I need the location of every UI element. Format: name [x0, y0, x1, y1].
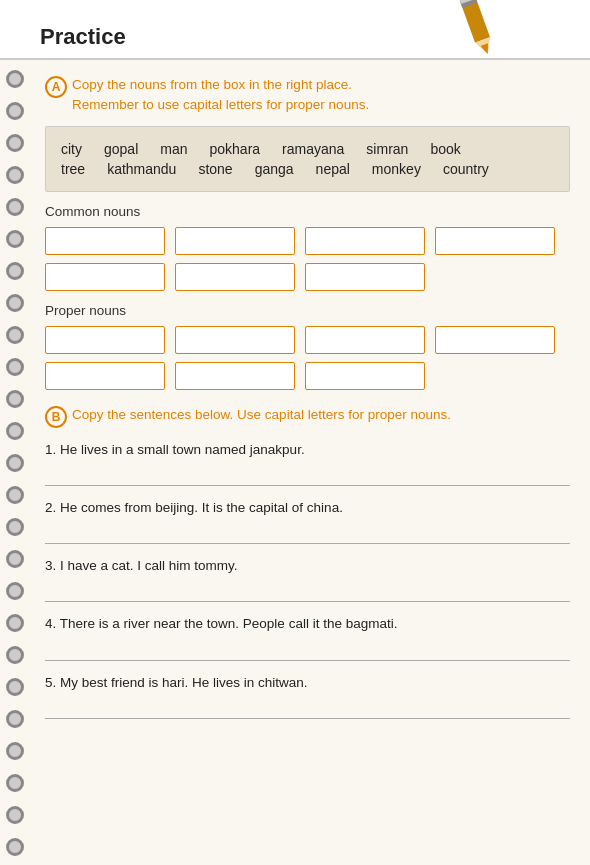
- sentence-5-line: [45, 699, 570, 719]
- proper-noun-box-6[interactable]: [175, 362, 295, 390]
- word-box: city gopal man pokhara ramayana simran b…: [45, 126, 570, 192]
- word-simran: simran: [366, 141, 408, 157]
- proper-nouns-section: Proper nouns: [45, 303, 570, 390]
- sentence-2-text: 2. He comes from beijing. It is the capi…: [45, 498, 570, 518]
- word-monkey: monkey: [372, 161, 421, 177]
- sentence-4-text: 4. There is a river near the town. Peopl…: [45, 614, 570, 634]
- spiral-ring: [6, 518, 24, 536]
- proper-noun-box-4[interactable]: [435, 326, 555, 354]
- spiral-ring: [6, 742, 24, 760]
- spiral-ring: [6, 390, 24, 408]
- section-a-instruction: Copy the nouns from the box in the right…: [72, 75, 369, 116]
- word-gopal: gopal: [104, 141, 138, 157]
- word-row-1: city gopal man pokhara ramayana simran b…: [61, 141, 554, 157]
- spiral-ring: [6, 70, 24, 88]
- sentence-5-text: 5. My best friend is hari. He lives in c…: [45, 673, 570, 693]
- section-a-header: A Copy the nouns from the box in the rig…: [45, 75, 570, 116]
- common-noun-box-7[interactable]: [305, 263, 425, 291]
- common-noun-box-3[interactable]: [305, 227, 425, 255]
- sentence-3-item: 3. I have a cat. I call him tommy.: [45, 556, 570, 602]
- word-row-2: tree kathmandu stone ganga nepal monkey …: [61, 161, 554, 177]
- main-content: A Copy the nouns from the box in the rig…: [0, 60, 590, 865]
- spiral-ring: [6, 134, 24, 152]
- spiral-ring: [6, 294, 24, 312]
- common-nouns-row2: [45, 263, 570, 291]
- sentence-4-item: 4. There is a river near the town. Peopl…: [45, 614, 570, 660]
- common-nouns-label: Common nouns: [45, 204, 570, 219]
- pencil-icon: [450, 0, 510, 60]
- spiral-ring: [6, 646, 24, 664]
- word-kathmandu: kathmandu: [107, 161, 176, 177]
- spiral-ring: [6, 102, 24, 120]
- sentence-2-line: [45, 524, 570, 544]
- section-b-circle: B: [45, 406, 67, 428]
- spiral-ring: [6, 678, 24, 696]
- common-noun-box-6[interactable]: [175, 263, 295, 291]
- word-ramayana: ramayana: [282, 141, 344, 157]
- word-man: man: [160, 141, 187, 157]
- sentence-1-text: 1. He lives in a small town named janakp…: [45, 440, 570, 460]
- common-nouns-section: Common nouns: [45, 204, 570, 291]
- header: Practice: [0, 0, 590, 60]
- sentence-1-line: [45, 466, 570, 486]
- word-pokhara: pokhara: [210, 141, 261, 157]
- spiral-ring: [6, 262, 24, 280]
- spiral-ring: [6, 710, 24, 728]
- sentence-3-text: 3. I have a cat. I call him tommy.: [45, 556, 570, 576]
- word-city: city: [61, 141, 82, 157]
- spiral-ring: [6, 806, 24, 824]
- common-nouns-row1: [45, 227, 570, 255]
- section-b: B Copy the sentences below. Use capital …: [45, 405, 570, 719]
- sentence-4-line: [45, 641, 570, 661]
- spiral-ring: [6, 326, 24, 344]
- word-country: country: [443, 161, 489, 177]
- sentence-5-item: 5. My best friend is hari. He lives in c…: [45, 673, 570, 719]
- word-tree: tree: [61, 161, 85, 177]
- proper-noun-box-2[interactable]: [175, 326, 295, 354]
- proper-nouns-row1: [45, 326, 570, 354]
- spiral-ring: [6, 550, 24, 568]
- proper-nouns-row2: [45, 362, 570, 390]
- common-noun-box-5[interactable]: [45, 263, 165, 291]
- spiral-ring: [6, 230, 24, 248]
- section-a-circle: A: [45, 76, 67, 98]
- spiral-ring: [6, 422, 24, 440]
- word-stone: stone: [198, 161, 232, 177]
- proper-noun-box-7[interactable]: [305, 362, 425, 390]
- word-nepal: nepal: [316, 161, 350, 177]
- common-noun-box-1[interactable]: [45, 227, 165, 255]
- common-noun-box-2[interactable]: [175, 227, 295, 255]
- section-a-line2: Remember to use capital letters for prop…: [72, 97, 369, 112]
- section-a-line1: Copy the nouns from the box in the right…: [72, 77, 352, 92]
- spiral-ring: [6, 454, 24, 472]
- spiral-ring: [6, 614, 24, 632]
- section-b-instruction: Copy the sentences below. Use capital le…: [72, 405, 451, 425]
- spiral-binding: [0, 60, 30, 840]
- word-ganga: ganga: [255, 161, 294, 177]
- spiral-ring: [6, 198, 24, 216]
- page: Practice A Copy the noun: [0, 0, 590, 865]
- proper-noun-box-5[interactable]: [45, 362, 165, 390]
- spiral-ring: [6, 166, 24, 184]
- sentence-2-item: 2. He comes from beijing. It is the capi…: [45, 498, 570, 544]
- word-book: book: [430, 141, 460, 157]
- sentence-3-line: [45, 582, 570, 602]
- spiral-ring: [6, 358, 24, 376]
- page-title: Practice: [40, 24, 126, 50]
- proper-nouns-label: Proper nouns: [45, 303, 570, 318]
- spiral-ring: [6, 582, 24, 600]
- spiral-ring: [6, 838, 24, 856]
- sentence-1-item: 1. He lives in a small town named janakp…: [45, 440, 570, 486]
- spiral-ring: [6, 486, 24, 504]
- common-noun-box-4[interactable]: [435, 227, 555, 255]
- section-b-header: B Copy the sentences below. Use capital …: [45, 405, 570, 428]
- proper-noun-box-1[interactable]: [45, 326, 165, 354]
- proper-noun-box-3[interactable]: [305, 326, 425, 354]
- spiral-ring: [6, 774, 24, 792]
